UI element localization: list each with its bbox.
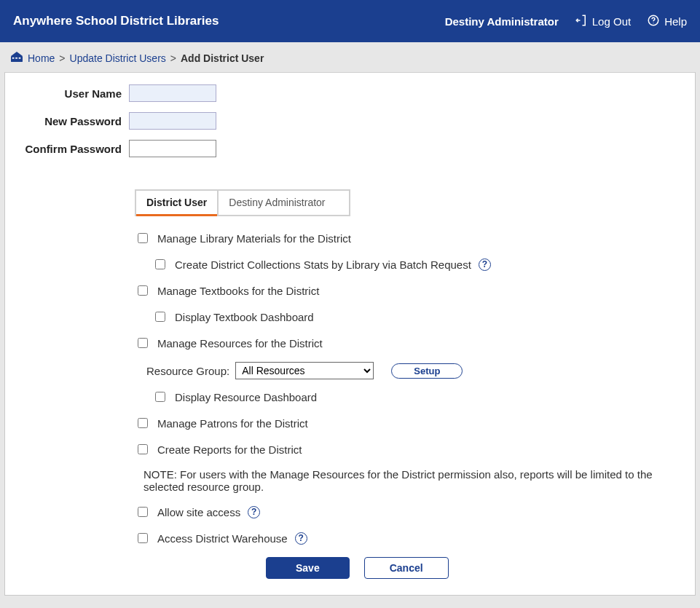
save-button[interactable]: Save	[266, 557, 350, 579]
breadcrumb-sep: >	[170, 52, 176, 64]
breadcrumb-home[interactable]: Home	[28, 52, 55, 64]
perm-label: Display Textbook Dashboard	[175, 311, 314, 323]
svg-rect-5	[19, 58, 21, 59]
svg-point-1	[653, 23, 654, 23]
tabs: District User Destiny Administrator	[135, 189, 350, 216]
reports-note: NOTE: For users with the Manage Resource…	[143, 468, 689, 493]
help-link[interactable]: Help	[647, 14, 687, 29]
resource-group-label: Resource Group:	[146, 365, 229, 377]
logout-icon	[575, 14, 588, 29]
checkbox-manage-resources[interactable]	[138, 338, 148, 348]
current-user: Destiny Administrator	[445, 15, 559, 28]
checkbox-create-district-stats[interactable]	[155, 259, 165, 269]
perm-label: Allow site access	[157, 506, 240, 518]
help-label: Help	[664, 15, 687, 28]
checkbox-manage-library[interactable]	[138, 233, 148, 243]
new-password-input[interactable]	[129, 112, 216, 130]
setup-button[interactable]: Setup	[391, 363, 463, 379]
perm-label: Manage Patrons for the District	[157, 417, 308, 430]
main-panel: User Name New Password Confirm Password …	[4, 72, 696, 596]
perm-label: Manage Library Materials for the Distric…	[157, 232, 351, 245]
breadcrumb-current: Add District User	[181, 52, 264, 64]
breadcrumb: Home > Update District Users > Add Distr…	[0, 42, 700, 72]
svg-rect-4	[15, 58, 17, 59]
tab-destiny-admin[interactable]: Destiny Administrator	[217, 191, 335, 215]
checkbox-display-resource-dashboard[interactable]	[155, 392, 165, 402]
checkbox-manage-patrons[interactable]	[138, 418, 148, 428]
logout-link[interactable]: Log Out	[575, 14, 631, 29]
app-title: Anywhere School District Libraries	[13, 14, 219, 28]
svg-rect-3	[12, 58, 15, 59]
confirm-password-input[interactable]	[129, 140, 216, 157]
permissions-list: Manage Library Materials for the Distric…	[135, 231, 689, 545]
perm-label: Create Reports for the District	[157, 443, 302, 456]
username-label: User Name	[11, 87, 129, 100]
breadcrumb-update-users[interactable]: Update District Users	[70, 52, 166, 64]
perm-label: Manage Resources for the District	[157, 337, 323, 350]
username-input[interactable]	[129, 84, 216, 102]
help-icon	[647, 14, 660, 29]
new-password-label: New Password	[11, 115, 129, 127]
top-actions: Destiny Administrator Log Out Help	[445, 14, 687, 29]
home-icon	[10, 51, 23, 65]
perm-label: Create District Collections Stats by Lib…	[175, 258, 471, 271]
perm-label: Access District Warehouse	[157, 532, 288, 545]
cancel-button[interactable]: Cancel	[364, 557, 449, 579]
checkbox-allow-site-access[interactable]	[138, 507, 148, 517]
top-bar: Anywhere School District Libraries Desti…	[0, 0, 700, 42]
breadcrumb-sep: >	[59, 52, 65, 64]
checkbox-access-warehouse[interactable]	[138, 533, 148, 543]
checkbox-manage-textbooks[interactable]	[138, 285, 148, 296]
confirm-password-label: Confirm Password	[11, 143, 129, 155]
help-icon[interactable]: ?	[248, 506, 260, 518]
tab-district-user[interactable]: District User	[136, 191, 217, 216]
svg-rect-2	[11, 56, 23, 62]
help-icon[interactable]: ?	[479, 258, 491, 271]
logout-label: Log Out	[592, 15, 631, 28]
perm-label: Display Resource Dashboard	[175, 391, 317, 403]
resource-group-select[interactable]: All Resources	[235, 362, 374, 379]
checkbox-display-textbook-dashboard[interactable]	[155, 312, 165, 322]
help-icon[interactable]: ?	[295, 532, 307, 545]
perm-label: Manage Textbooks for the District	[157, 285, 319, 297]
checkbox-create-reports[interactable]	[138, 444, 148, 454]
